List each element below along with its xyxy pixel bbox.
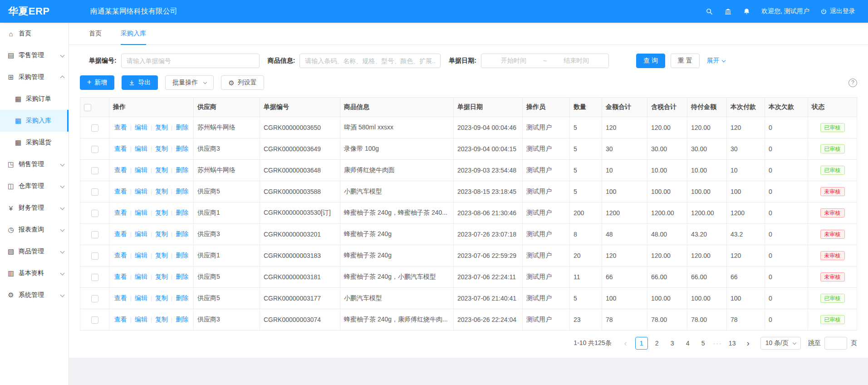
- cell-qty: 8: [570, 224, 602, 245]
- action-link-edit[interactable]: 编辑: [135, 273, 147, 280]
- action-link-delete[interactable]: 删除: [176, 145, 188, 152]
- bell-icon[interactable]: [743, 8, 750, 15]
- jump-page-input[interactable]: [824, 337, 847, 350]
- action-link-edit[interactable]: 编辑: [135, 316, 147, 323]
- action-link-view[interactable]: 查看: [114, 123, 127, 131]
- action-link-delete[interactable]: 删除: [176, 294, 188, 301]
- row-checkbox[interactable]: [91, 210, 98, 217]
- page-button[interactable]: 4: [682, 337, 694, 350]
- sidebar-item[interactable]: ¥财务管理: [0, 197, 69, 219]
- row-checkbox[interactable]: [91, 188, 98, 196]
- sidebar-item[interactable]: ◫仓库管理: [0, 175, 69, 197]
- columns-button[interactable]: ⚙ 列设置: [221, 75, 264, 90]
- page-button[interactable]: 3: [666, 337, 679, 350]
- action-link-edit[interactable]: 编辑: [135, 294, 147, 301]
- action-link-delete[interactable]: 删除: [176, 252, 188, 259]
- action-link-delete[interactable]: 删除: [176, 123, 188, 131]
- bank-icon[interactable]: [724, 8, 732, 15]
- tab-item[interactable]: 首页: [89, 23, 102, 44]
- material-input[interactable]: [299, 54, 441, 68]
- action-link-edit[interactable]: 编辑: [135, 123, 147, 131]
- page-button[interactable]: 5: [697, 337, 710, 350]
- action-link-delete[interactable]: 删除: [176, 166, 188, 173]
- row-checkbox[interactable]: [91, 146, 98, 153]
- action-link-view[interactable]: 查看: [114, 209, 127, 216]
- batch-button[interactable]: 批量操作: [165, 75, 214, 90]
- action-link-view[interactable]: 查看: [114, 166, 127, 173]
- logout-button[interactable]: 退出登录: [820, 7, 855, 15]
- sidebar-item[interactable]: ◷报表查询: [0, 219, 69, 241]
- next-page-button[interactable]: ›: [742, 337, 754, 350]
- action-link-delete[interactable]: 删除: [176, 209, 188, 216]
- columns-button-label: 列设置: [238, 79, 257, 87]
- help-icon[interactable]: ?: [848, 79, 857, 87]
- row-checkbox[interactable]: [91, 274, 98, 281]
- action-link-delete[interactable]: 删除: [176, 273, 188, 280]
- action-link-copy[interactable]: 复制: [155, 316, 168, 323]
- cell-debt: 0: [765, 138, 808, 160]
- action-link-copy[interactable]: 复制: [155, 209, 168, 216]
- sidebar-item[interactable]: ▦采购退货: [0, 132, 69, 153]
- action-link-copy[interactable]: 复制: [155, 273, 168, 280]
- action-link-view[interactable]: 查看: [114, 230, 127, 237]
- action-link-edit[interactable]: 编辑: [135, 252, 147, 259]
- action-link-edit[interactable]: 编辑: [135, 166, 147, 173]
- sidebar-item[interactable]: ▥基本资料: [0, 262, 69, 284]
- sidebar-item[interactable]: ▦采购入库: [0, 110, 69, 132]
- action-link-view[interactable]: 查看: [114, 252, 127, 259]
- row-status-cell: 未审核: [808, 267, 857, 288]
- action-link-view[interactable]: 查看: [114, 273, 127, 280]
- page-button[interactable]: 13: [726, 337, 739, 350]
- select-all-checkbox[interactable]: [84, 104, 91, 111]
- action-link-delete[interactable]: 删除: [176, 230, 188, 237]
- page-button[interactable]: 1: [635, 337, 648, 350]
- row-checkbox[interactable]: [91, 252, 98, 260]
- page-size-select[interactable]: 10 条/页: [760, 337, 801, 350]
- action-link-view[interactable]: 查看: [114, 294, 127, 301]
- action-link-edit[interactable]: 编辑: [135, 188, 147, 195]
- search-icon[interactable]: [706, 8, 713, 15]
- sidebar-item[interactable]: ▤零售管理: [0, 44, 69, 66]
- search-button[interactable]: 查 询: [636, 54, 665, 68]
- action-link-copy[interactable]: 复制: [155, 294, 168, 301]
- action-link-edit[interactable]: 编辑: [135, 145, 147, 152]
- action-link-delete[interactable]: 删除: [176, 316, 188, 323]
- app-logo[interactable]: 华夏ERP: [0, 5, 69, 18]
- sidebar-item[interactable]: ⊞采购管理: [0, 66, 69, 88]
- action-link-delete[interactable]: 删除: [176, 188, 188, 195]
- cell-tax_amount: 66.00: [647, 267, 687, 288]
- action-link-view[interactable]: 查看: [114, 188, 127, 195]
- action-link-view[interactable]: 查看: [114, 145, 127, 152]
- sidebar-item[interactable]: ⌂首页: [0, 23, 69, 44]
- bill-no-input[interactable]: [121, 54, 260, 68]
- row-checkbox[interactable]: [91, 316, 98, 324]
- page-button[interactable]: 2: [651, 337, 663, 350]
- export-button[interactable]: 导出: [122, 75, 158, 90]
- action-link-copy[interactable]: 复制: [155, 230, 168, 237]
- action-link-copy[interactable]: 复制: [155, 145, 168, 152]
- action-link-edit[interactable]: 编辑: [135, 230, 147, 237]
- sidebar-item[interactable]: ⚙系统管理: [0, 284, 69, 306]
- sidebar-item[interactable]: ▦采购订单: [0, 88, 69, 110]
- action-link-view[interactable]: 查看: [114, 316, 127, 323]
- cell-tax_amount: 120.00: [647, 117, 687, 138]
- row-checkbox[interactable]: [91, 124, 98, 132]
- sidebar-item[interactable]: ◳销售管理: [0, 153, 69, 175]
- expand-link[interactable]: 展开: [707, 57, 725, 65]
- column-header: 金额合计: [602, 98, 647, 117]
- sidebar-item[interactable]: ▧商品管理: [0, 241, 69, 262]
- date-range-input[interactable]: 开始时间 ~ 结束时间: [481, 54, 609, 68]
- action-link-copy[interactable]: 复制: [155, 123, 168, 131]
- row-checkbox[interactable]: [91, 231, 98, 238]
- tab-item[interactable]: 采购入库: [121, 23, 146, 44]
- reset-button[interactable]: 重 置: [671, 54, 700, 68]
- status-badge: 未审核: [820, 272, 845, 281]
- prev-page-button[interactable]: ‹: [620, 337, 632, 350]
- action-link-copy[interactable]: 复制: [155, 188, 168, 195]
- row-checkbox[interactable]: [91, 167, 98, 174]
- action-link-copy[interactable]: 复制: [155, 252, 168, 259]
- action-link-copy[interactable]: 复制: [155, 166, 168, 173]
- add-button[interactable]: + 新增: [80, 75, 114, 90]
- action-link-edit[interactable]: 编辑: [135, 209, 147, 216]
- row-checkbox[interactable]: [91, 295, 98, 302]
